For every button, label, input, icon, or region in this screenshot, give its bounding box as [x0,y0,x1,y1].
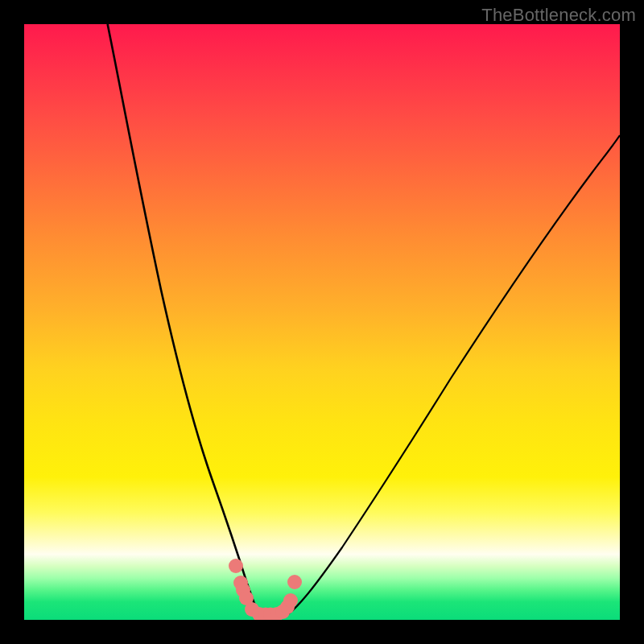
chart-frame: TheBottleneck.com [0,0,644,644]
curve-layer [24,24,620,620]
marker-group [229,559,302,620]
marker [229,559,243,573]
marker [283,593,298,608]
right-curve [286,135,620,616]
marker [287,575,302,589]
plot-area [24,24,620,620]
left-curve [108,24,259,616]
watermark-text: TheBottleneck.com [481,5,636,26]
